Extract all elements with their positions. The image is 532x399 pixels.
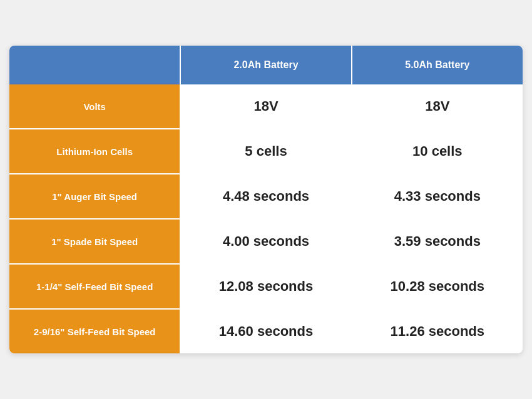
- table-row: 1" Auger Bit Speed4.48 seconds4.33 secon…: [9, 174, 523, 219]
- table-row: 1-1/4" Self-Feed Bit Speed12.08 seconds1…: [9, 264, 523, 309]
- header-col3: 5.0Ah Battery: [352, 46, 523, 84]
- row-label: Volts: [9, 84, 180, 129]
- table-row: Lithium-Ion Cells5 cells10 cells: [9, 129, 523, 174]
- row-label: 1-1/4" Self-Feed Bit Speed: [9, 264, 180, 309]
- row-value-5ah: 11.26 seconds: [352, 309, 523, 353]
- row-value-2ah: 5 cells: [180, 129, 351, 174]
- header-col1: [9, 46, 180, 84]
- table-row: Volts18V18V: [9, 84, 523, 129]
- row-label: 1" Spade Bit Speed: [9, 219, 180, 264]
- row-value-5ah: 18V: [352, 84, 523, 129]
- header-col2: 2.0Ah Battery: [180, 46, 351, 84]
- table-header-row: 2.0Ah Battery 5.0Ah Battery: [9, 46, 523, 84]
- row-label: 2-9/16" Self-Feed Bit Speed: [9, 309, 180, 353]
- comparison-table: 2.0Ah Battery 5.0Ah Battery Volts18V18VL…: [9, 46, 523, 353]
- table-row: 2-9/16" Self-Feed Bit Speed14.60 seconds…: [9, 309, 523, 353]
- row-label: 1" Auger Bit Speed: [9, 174, 180, 219]
- table-row: 1" Spade Bit Speed4.00 seconds3.59 secon…: [9, 219, 523, 264]
- row-label: Lithium-Ion Cells: [9, 129, 180, 174]
- row-value-2ah: 4.48 seconds: [180, 174, 351, 219]
- row-value-5ah: 3.59 seconds: [352, 219, 523, 264]
- row-value-2ah: 18V: [180, 84, 351, 129]
- comparison-table-wrapper: 2.0Ah Battery 5.0Ah Battery Volts18V18VL…: [9, 46, 523, 353]
- row-value-5ah: 10.28 seconds: [352, 264, 523, 309]
- row-value-2ah: 12.08 seconds: [180, 264, 351, 309]
- row-value-5ah: 4.33 seconds: [352, 174, 523, 219]
- row-value-2ah: 14.60 seconds: [180, 309, 351, 353]
- row-value-2ah: 4.00 seconds: [180, 219, 351, 264]
- row-value-5ah: 10 cells: [352, 129, 523, 174]
